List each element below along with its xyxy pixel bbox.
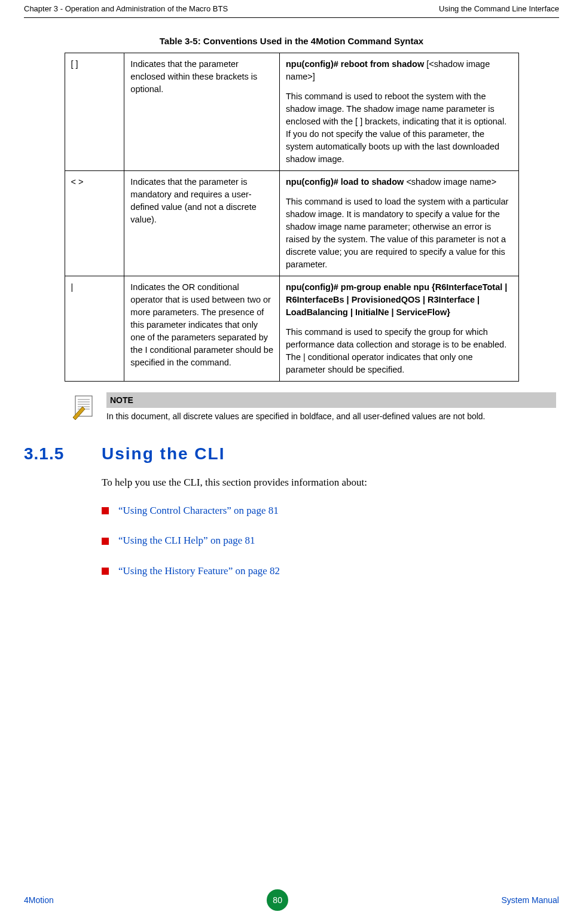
syntax-conventions-table: [ ] Indicates that the parameter enclose… <box>65 53 519 382</box>
header-right: Using the Command Line Interface <box>439 4 559 15</box>
symbol-cell: [ ] <box>65 53 124 170</box>
table-caption: Table 3-5: Conventions Used in the 4Moti… <box>65 35 519 48</box>
cross-reference-link[interactable]: “Using Control Characters” on page 81 <box>118 504 279 519</box>
page-footer: 4Motion 80 System Manual <box>24 889 559 911</box>
table-row: | Indicates the OR conditional operator … <box>65 276 518 381</box>
description-cell: Indicates that the parameter is mandator… <box>124 170 280 276</box>
example-param: <shadow image name> <box>404 177 496 187</box>
example-text: This command is used to specify the grou… <box>286 326 512 376</box>
description-cell: Indicates that the parameter enclosed wi… <box>124 53 280 170</box>
footer-left: 4Motion <box>24 894 54 906</box>
page-header: Chapter 3 - Operation and Administration… <box>24 0 559 18</box>
example-cell: npu(config)# reboot from shadow [<shadow… <box>280 53 518 170</box>
bullet-icon <box>102 538 109 545</box>
note-title: NOTE <box>106 392 556 408</box>
section-intro: To help you use the CLI, this section pr… <box>102 475 556 490</box>
list-item: “Using the CLI Help” on page 81 <box>102 533 556 548</box>
table-row: [ ] Indicates that the parameter enclose… <box>65 53 518 170</box>
section-number: 3.1.5 <box>24 442 78 466</box>
page-number-badge: 80 <box>267 889 288 911</box>
example-text: This command is used to load the system … <box>286 196 512 271</box>
cross-reference-link[interactable]: “Using the CLI Help” on page 81 <box>118 533 255 548</box>
cross-reference-link[interactable]: “Using the History Feature” on page 82 <box>118 564 280 579</box>
example-command: npu(config)# pm-group enable npu <box>286 282 429 292</box>
footer-right: System Manual <box>502 894 559 906</box>
header-left: Chapter 3 - Operation and Administration… <box>24 4 228 15</box>
example-cell: npu(config)# load to shadow <shadow imag… <box>280 170 518 276</box>
list-item: “Using Control Characters” on page 81 <box>102 504 556 519</box>
note-text: In this document, all discrete values ar… <box>106 410 556 422</box>
note-icon <box>72 394 98 420</box>
list-item: “Using the History Feature” on page 82 <box>102 564 556 579</box>
table-row: < > Indicates that the parameter is mand… <box>65 170 518 276</box>
description-cell: Indicates the OR conditional operator th… <box>124 276 280 381</box>
bullet-icon <box>102 568 109 575</box>
symbol-cell: | <box>65 276 124 381</box>
section-heading: 3.1.5 Using the CLI <box>24 442 559 466</box>
note-block: NOTE In this document, all discrete valu… <box>72 392 556 423</box>
example-cell: npu(config)# pm-group enable npu {R6Inte… <box>280 276 518 381</box>
example-text: This command is used to reboot the syste… <box>286 90 512 166</box>
bullet-icon <box>102 507 109 514</box>
example-command: npu(config)# load to shadow <box>286 177 404 187</box>
symbol-cell: < > <box>65 170 124 276</box>
example-command: npu(config)# reboot from shadow <box>286 59 424 69</box>
section-links-list: “Using Control Characters” on page 81 “U… <box>102 504 556 579</box>
section-title: Using the CLI <box>102 442 225 466</box>
